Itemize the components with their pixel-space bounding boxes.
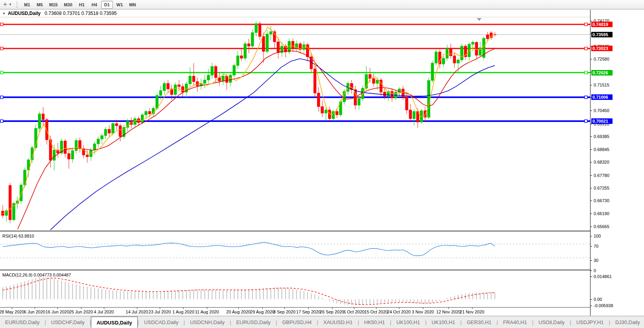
timeframe-button-m30[interactable]: M30	[61, 1, 75, 9]
candle-body	[446, 48, 448, 58]
chevron-down-icon[interactable]: ▼	[9, 3, 13, 6]
date-label: 12 Nov 2020	[436, 310, 461, 314]
candle-body	[145, 111, 147, 115]
date-tick-mark	[35, 308, 35, 309]
main-price-pane[interactable]	[0, 17, 590, 230]
candle-body	[101, 136, 103, 139]
line-anchor-handle[interactable]	[585, 47, 587, 50]
date-label: 4 Jul 2020	[94, 310, 114, 314]
candle-body	[314, 69, 316, 93]
candle-body	[68, 153, 70, 159]
price-tick-mark	[590, 111, 592, 111]
candle-body	[428, 81, 430, 117]
candle-body	[450, 48, 452, 55]
rsi-tick-label: 0	[594, 268, 596, 273]
timeframe-button-m1[interactable]: M1	[21, 1, 33, 9]
chart-tab-audusd-daily[interactable]: AUDUSD,Daily	[91, 317, 137, 328]
candle-body	[203, 80, 206, 83]
line-anchor-handle[interactable]	[0, 71, 3, 74]
chart-tab-fra40-h1[interactable]: FRA40,H1	[498, 316, 532, 328]
candle-body	[156, 96, 158, 109]
timeframe-button-h4[interactable]: H4	[89, 1, 100, 9]
candle-body	[71, 151, 74, 159]
price-level-badge: 0.70021	[591, 118, 613, 124]
date-label: 24 Oct 2020	[387, 310, 411, 314]
chart-shift-marker-icon[interactable]	[477, 18, 482, 21]
timeframe-button-mn[interactable]: MN	[126, 1, 138, 9]
candle-body	[222, 76, 224, 81]
candle-body	[292, 41, 294, 48]
timeframe-button-m15[interactable]: M15	[46, 1, 60, 9]
price-tick-mark	[590, 175, 592, 176]
timeframe-button-d1[interactable]: D1	[101, 1, 113, 9]
date-tick-mark	[238, 308, 239, 309]
line-anchor-handle[interactable]	[585, 23, 587, 26]
chart-tab-hk50-h1[interactable]: HK50,H1	[359, 316, 390, 328]
date-tick-mark	[332, 308, 332, 309]
macd-pane[interactable]	[0, 271, 590, 307]
price-tick-label: 0.66730	[594, 198, 609, 203]
line-anchor-handle[interactable]	[585, 71, 587, 74]
candle-body	[167, 83, 169, 89]
price-level-badge: 0.73595	[591, 32, 613, 37]
rsi-pane[interactable]	[0, 232, 590, 269]
date-tick-mark	[57, 308, 58, 309]
price-axis[interactable]: 0.741700.736450.731050.725800.720550.715…	[590, 10, 644, 316]
line-anchor-handle[interactable]	[0, 23, 3, 26]
price-tick-label: 0.67780	[594, 173, 609, 178]
candle-body	[207, 75, 210, 80]
candle-body	[64, 141, 66, 153]
symbol-dropdown-icon[interactable]: ▼	[2, 12, 6, 15]
chart-tab-uk100-h1[interactable]: UK100,H1	[391, 316, 425, 328]
chart-tab-usdjpy-h1[interactable]: USDJPY,H1	[571, 316, 609, 328]
candle-body	[178, 85, 180, 87]
chart-tab-usdcad-daily[interactable]: USDCAD,Daily	[139, 316, 183, 328]
chart-cursor-icon[interactable]: ✛	[2, 1, 9, 8]
line-anchor-handle[interactable]	[585, 120, 587, 122]
price-tick-mark	[590, 85, 592, 85]
chart-tab-dj30-daily[interactable]: DJ30,Daily	[610, 316, 644, 328]
price-tick-mark	[590, 227, 592, 227]
date-label: 23 Jul 2020	[149, 310, 171, 314]
time-axis[interactable]: 28 May 20206 Jun 202016 Jun 202025 Jun 2…	[0, 308, 590, 316]
line-anchor-handle[interactable]	[0, 47, 3, 50]
price-tick-mark	[590, 59, 592, 59]
line-anchor-handle[interactable]	[0, 120, 3, 122]
timeframe-button-h1[interactable]: H1	[76, 1, 88, 9]
timeframe-button-m5[interactable]: M5	[34, 1, 46, 9]
candle-body	[384, 92, 386, 96]
chart-tab-gbpusd-h4[interactable]: GBPUSD,H4	[277, 316, 317, 328]
line-anchor-handle[interactable]	[0, 96, 3, 99]
date-label: 28 May 2020	[0, 310, 24, 314]
candle-body	[413, 111, 415, 118]
candle-body	[108, 129, 111, 133]
timeframe-button-w1[interactable]: W1	[114, 1, 126, 9]
chart-tab-eurusd-daily[interactable]: EURUSD,Daily	[231, 316, 275, 328]
line-anchor-handle[interactable]	[585, 96, 587, 99]
chart-tab-usdcnh-daily[interactable]: USDCNH,Daily	[185, 316, 230, 328]
chart-tab-xauusd-h1[interactable]: XAUUSD,H1	[318, 316, 358, 328]
date-label: 21 Nov 2020	[460, 310, 484, 314]
rsi-tick-label: 30	[594, 258, 598, 263]
candle-body	[269, 31, 272, 34]
date-tick-mark	[472, 308, 472, 309]
candle-body	[431, 63, 434, 80]
chart-tab-ger30-h1[interactable]: GER30,H1	[461, 316, 496, 328]
date-tick-mark	[423, 308, 423, 309]
price-tick-label: 0.72580	[594, 57, 609, 61]
candle-body	[189, 76, 191, 84]
toolbar-grip[interactable]	[17, 2, 18, 8]
price-tick-mark	[590, 21, 592, 21]
chart-tab-uk100-h1[interactable]: UK100,H1	[426, 316, 460, 328]
candle-body	[325, 110, 327, 113]
macd-tick-mark	[590, 306, 592, 306]
chart-tab-usoil-daily[interactable]: USOil,Daily	[533, 316, 570, 328]
chart-tab-usdchf-daily[interactable]: USDCHF,Daily	[46, 316, 90, 328]
price-tick-mark	[590, 188, 592, 188]
candle-body	[472, 42, 474, 44]
candle-body	[93, 144, 96, 150]
date-tick-mark	[12, 308, 12, 309]
candle-body	[266, 34, 268, 52]
chart-tab-eurusd-daily[interactable]: EURUSD,Daily	[0, 316, 44, 328]
date-tick-mark	[183, 308, 184, 309]
